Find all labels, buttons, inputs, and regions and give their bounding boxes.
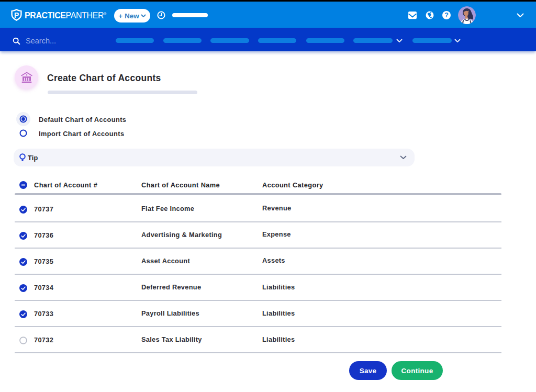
svg-text:P: P <box>14 11 19 19</box>
